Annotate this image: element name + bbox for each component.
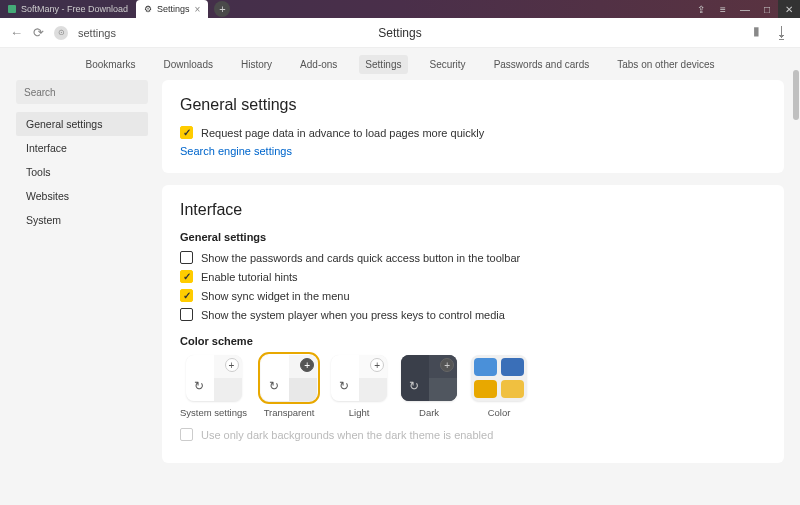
checkbox-icon[interactable] [180, 251, 193, 264]
general-settings-card: General settings Request page data in ad… [162, 80, 784, 173]
tab-favicon [8, 5, 16, 13]
reload-button[interactable]: ⟳ [33, 25, 44, 40]
tab-softmany[interactable]: SoftMany - Free Download [0, 0, 136, 18]
scrollbar-thumb[interactable] [793, 70, 799, 120]
subsection-title: General settings [180, 231, 766, 243]
scheme-color[interactable]: Color [471, 355, 527, 418]
titlebar: SoftMany - Free Download ⚙ Settings × + … [0, 0, 800, 18]
topnav-history[interactable]: History [235, 55, 278, 74]
checkbox-icon[interactable] [180, 308, 193, 321]
option-label: Show the passwords and cards quick acces… [201, 252, 520, 264]
tutorial-hints-option[interactable]: Enable tutorial hints [180, 270, 766, 283]
scheme-system[interactable]: + ↻ System settings [180, 355, 247, 418]
topnav-settings[interactable]: Settings [359, 55, 407, 74]
show-passwords-button-option[interactable]: Show the passwords and cards quick acces… [180, 251, 766, 264]
refresh-icon: ↻ [194, 379, 204, 393]
settings-content: General settings Request page data in ad… [162, 80, 784, 463]
checkbox-icon[interactable] [180, 126, 193, 139]
dark-backgrounds-option: Use only dark backgrounds when the dark … [180, 428, 766, 441]
settings-sidebar: General settings Interface Tools Website… [16, 80, 148, 463]
topnav-downloads[interactable]: Downloads [158, 55, 219, 74]
scheme-transparent[interactable]: + ↻ Transparent [261, 355, 317, 418]
checkbox-icon[interactable] [180, 270, 193, 283]
site-icon: ⊙ [54, 26, 68, 40]
option-label: Show the system player when you press ke… [201, 309, 505, 321]
scheme-label: Dark [419, 407, 439, 418]
download-icon[interactable]: ⭳ [774, 24, 790, 42]
plus-icon: + [440, 358, 454, 372]
minimize-button[interactable]: — [734, 0, 756, 18]
share-button[interactable]: ⇪ [690, 0, 712, 18]
topnav-bookmarks[interactable]: Bookmarks [79, 55, 141, 74]
new-tab-button[interactable]: + [214, 1, 230, 17]
refresh-icon: ↻ [269, 379, 279, 393]
plus-icon: + [370, 358, 384, 372]
window-controls: ⇪ ≡ — □ ✕ [690, 0, 800, 18]
scheme-label: Transparent [264, 407, 315, 418]
option-label: Enable tutorial hints [201, 271, 298, 283]
address-bar: ← ⟳ ⊙ settings Settings ▮ ⭳ [0, 18, 800, 48]
tab-title: SoftMany - Free Download [21, 4, 128, 14]
sidebar-item-tools[interactable]: Tools [16, 160, 148, 184]
bookmark-icon[interactable]: ▮ [753, 24, 760, 42]
sidebar-item-interface[interactable]: Interface [16, 136, 148, 160]
card-title: Interface [180, 201, 766, 219]
page-title: Settings [378, 26, 421, 40]
search-input[interactable] [16, 80, 148, 104]
option-label: Use only dark backgrounds when the dark … [201, 429, 493, 441]
topnav-other-tabs[interactable]: Tabs on other devices [611, 55, 720, 74]
topnav-passwords[interactable]: Passwords and cards [488, 55, 596, 74]
scheme-light[interactable]: + ↻ Light [331, 355, 387, 418]
search-engine-settings-link[interactable]: Search engine settings [180, 145, 766, 157]
refresh-icon: ↻ [339, 379, 349, 393]
scheme-dark[interactable]: + ↻ Dark [401, 355, 457, 418]
gear-icon: ⚙ [144, 4, 152, 14]
sidebar-item-system[interactable]: System [16, 208, 148, 232]
close-tab-icon[interactable]: × [195, 4, 201, 15]
system-player-option[interactable]: Show the system player when you press ke… [180, 308, 766, 321]
request-page-data-option[interactable]: Request page data in advance to load pag… [180, 126, 766, 139]
scheme-label: Color [488, 407, 511, 418]
sidebar-item-general[interactable]: General settings [16, 112, 148, 136]
refresh-icon: ↻ [409, 379, 419, 393]
color-scheme-options: + ↻ System settings + ↻ Transparent [180, 355, 766, 418]
url-text[interactable]: settings [78, 27, 116, 39]
close-window-button[interactable]: ✕ [778, 0, 800, 18]
tab-title: Settings [157, 4, 190, 14]
tabs-row: SoftMany - Free Download ⚙ Settings × + [0, 0, 230, 18]
option-label: Show sync widget in the menu [201, 290, 350, 302]
card-title: General settings [180, 96, 766, 114]
topnav-security[interactable]: Security [424, 55, 472, 74]
scheme-label: Light [349, 407, 370, 418]
color-scheme-title: Color scheme [180, 335, 766, 347]
sync-widget-option[interactable]: Show sync widget in the menu [180, 289, 766, 302]
sidebar-item-websites[interactable]: Websites [16, 184, 148, 208]
checkbox-icon[interactable] [180, 289, 193, 302]
plus-icon: + [225, 358, 239, 372]
menu-button[interactable]: ≡ [712, 0, 734, 18]
main-content: General settings Interface Tools Website… [0, 80, 800, 463]
checkbox-icon [180, 428, 193, 441]
scheme-label: System settings [180, 407, 247, 418]
tab-settings[interactable]: ⚙ Settings × [136, 0, 208, 18]
option-label: Request page data in advance to load pag… [201, 127, 484, 139]
plus-icon: + [300, 358, 314, 372]
settings-top-nav: Bookmarks Downloads History Add-ons Sett… [0, 48, 800, 80]
topnav-addons[interactable]: Add-ons [294, 55, 343, 74]
back-button[interactable]: ← [10, 25, 23, 40]
interface-card: Interface General settings Show the pass… [162, 185, 784, 463]
maximize-button[interactable]: □ [756, 0, 778, 18]
